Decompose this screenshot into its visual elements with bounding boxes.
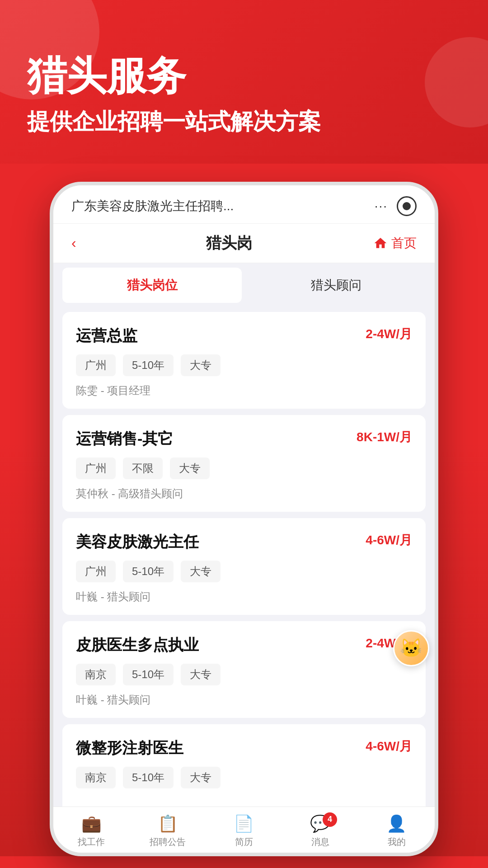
job-tag-exp: 5-10年	[123, 767, 174, 788]
nav-item-find-job[interactable]: 💼 找工作	[53, 814, 130, 848]
job-recruiter: 叶巍 - 猎头顾问	[76, 590, 412, 604]
briefcase-icon: 💼	[81, 814, 102, 833]
job-salary: 8K-1W/月	[357, 429, 412, 446]
job-tags: 广州 不限 大专	[76, 458, 412, 479]
home-icon	[373, 236, 388, 250]
job-title: 运营总监	[76, 326, 137, 346]
bottom-background	[0, 856, 488, 868]
job-card[interactable]: 美容皮肤激光主任 4-6W/月 广州 5-10年 大专 叶巍 - 猎头顾问	[62, 518, 426, 615]
topbar-title: 广东美容皮肤激光主任招聘...	[71, 198, 375, 215]
job-tag-edu: 大专	[181, 767, 221, 788]
hero-subtitle: 提供企业招聘一站式解决方案	[27, 107, 461, 137]
tabs-row: 猎头岗位 猎头顾问	[53, 263, 435, 307]
more-icon[interactable]: ···	[375, 199, 388, 213]
nav-label-find-job: 找工作	[78, 836, 105, 848]
job-tag-edu: 大专	[181, 561, 221, 582]
home-label: 首页	[391, 235, 417, 252]
job-tag-exp: 5-10年	[123, 664, 174, 685]
bottom-nav: 💼 找工作 📋 招聘公告 📄 简历 💬 4 消息 👤 我的	[53, 807, 435, 853]
job-card[interactable]: 运营销售-其它 8K-1W/月 广州 不限 大专 莫仲秋 - 高级猎头顾问	[62, 415, 426, 512]
phone-navbar: ‹ 猎头岗 首页	[53, 224, 435, 263]
floating-avatar: 🐱	[393, 630, 429, 666]
message-badge: 4	[323, 812, 337, 827]
job-tag-location: 南京	[76, 767, 116, 788]
job-list: 运营总监 2-4W/月 广州 5-10年 大专 陈雯 - 项目经理 运营销售-其…	[53, 307, 435, 807]
job-tags: 南京 5-10年 大专	[76, 664, 412, 685]
job-tag-edu: 大专	[181, 354, 221, 376]
nav-item-resume[interactable]: 📄 简历	[206, 814, 282, 848]
job-tags: 广州 5-10年 大专	[76, 561, 412, 582]
job-salary: 2-4W/月	[366, 326, 412, 343]
job-recruiter: 莫仲秋 - 高级猎头顾问	[76, 486, 412, 501]
nav-item-recruitment[interactable]: 📋 招聘公告	[130, 814, 206, 848]
phone-mockup: 广东美容皮肤激光主任招聘... ··· ‹ 猎头岗 首页 猎头岗位 猎头顾	[50, 182, 438, 856]
job-tag-location: 南京	[76, 664, 116, 685]
job-salary: 4-6W/月	[366, 738, 412, 755]
job-card[interactable]: 微整形注射医生 4-6W/月 南京 5-10年 大专	[62, 724, 426, 807]
tab-lietoujobs[interactable]: 猎头岗位	[62, 268, 242, 303]
person-icon: 👤	[386, 814, 407, 833]
scan-icon[interactable]	[397, 196, 417, 216]
job-tag-location: 广州	[76, 458, 116, 479]
nav-label-resume: 简历	[235, 836, 253, 848]
job-tags: 广州 5-10年 大专	[76, 354, 412, 376]
job-salary: 4-6W/月	[366, 532, 412, 549]
hero-title: 猎头服务	[27, 54, 461, 98]
hero-section: 猎头服务 提供企业招聘一站式解决方案	[0, 0, 488, 164]
back-button[interactable]: ‹	[71, 235, 76, 251]
home-button[interactable]: 首页	[373, 235, 417, 252]
megaphone-icon: 📋	[158, 814, 178, 833]
job-card[interactable]: 皮肤医生多点执业 2-4W/月 南京 5-10年 大专 叶巍 - 猎头顾问 🐱	[62, 621, 426, 718]
job-tag-edu: 大专	[181, 664, 221, 685]
job-title: 皮肤医生多点执业	[76, 635, 199, 656]
job-title: 微整形注射医生	[76, 738, 183, 759]
phone-container: 广东美容皮肤激光主任招聘... ··· ‹ 猎头岗 首页 猎头岗位 猎头顾	[0, 164, 488, 856]
nav-label-messages: 消息	[311, 836, 329, 848]
job-tag-location: 广州	[76, 561, 116, 582]
nav-label-profile: 我的	[388, 836, 406, 848]
navbar-title: 猎头岗	[85, 233, 373, 254]
job-tag-exp: 不限	[123, 458, 163, 479]
job-tag-exp: 5-10年	[123, 561, 174, 582]
job-tag-exp: 5-10年	[123, 354, 174, 376]
job-tag-edu: 大专	[170, 458, 210, 479]
document-icon: 📄	[234, 814, 254, 833]
job-title: 运营销售-其它	[76, 429, 173, 449]
nav-item-profile[interactable]: 👤 我的	[358, 814, 435, 848]
job-recruiter: 陈雯 - 项目经理	[76, 383, 412, 398]
job-tags: 南京 5-10年 大专	[76, 767, 412, 788]
nav-item-messages[interactable]: 💬 4 消息	[282, 814, 358, 848]
job-recruiter: 叶巍 - 猎头顾问	[76, 693, 412, 707]
job-tag-location: 广州	[76, 354, 116, 376]
job-card[interactable]: 运营总监 2-4W/月 广州 5-10年 大专 陈雯 - 项目经理	[62, 312, 426, 409]
phone-topbar: 广东美容皮肤激光主任招聘... ···	[53, 185, 435, 224]
topbar-icons: ···	[375, 196, 417, 216]
job-title: 美容皮肤激光主任	[76, 532, 199, 552]
tab-lietoukouwen[interactable]: 猎头顾问	[246, 268, 426, 303]
nav-label-recruitment: 招聘公告	[150, 836, 186, 848]
